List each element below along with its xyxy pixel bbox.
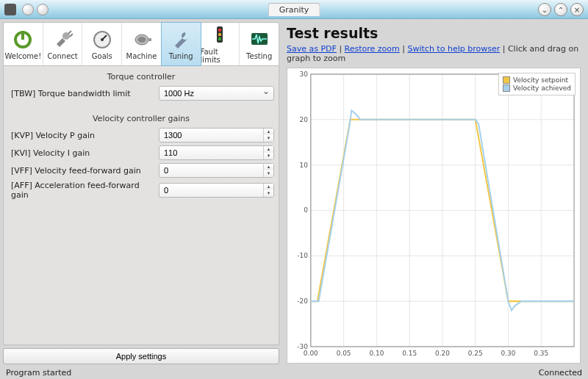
tab-label: Connect — [47, 52, 77, 60]
svg-point-7 — [101, 38, 104, 41]
spin-down-icon[interactable]: ▾ — [263, 190, 273, 197]
tab-machine[interactable]: Machine — [122, 23, 162, 65]
svg-text:0.30: 0.30 — [501, 350, 516, 357]
svg-text:0.35: 0.35 — [534, 350, 548, 357]
form-area: Torque controller [TBW] Torque bandwidth… — [3, 66, 279, 345]
vff-label: [VFF] Velocity feed-forward gain — [8, 166, 159, 176]
tab-label: Testing — [246, 52, 272, 60]
svg-text:-10: -10 — [297, 252, 308, 259]
svg-text:0: 0 — [304, 206, 308, 214]
results-links: Save as PDF | Restore zoom | Switch to h… — [287, 44, 581, 63]
traffic-light-icon — [209, 24, 231, 46]
tab-label: Machine — [126, 52, 157, 60]
svg-point-13 — [218, 33, 221, 36]
chart-area[interactable]: -30-20-1001020300.000.050.100.150.200.25… — [287, 68, 581, 364]
save-pdf-link[interactable]: Save as PDF — [287, 44, 337, 54]
vff-row: [VFF] Velocity feed-forward gain ▴▾ — [8, 163, 274, 178]
tab-connect[interactable]: Connect — [43, 23, 83, 65]
apply-settings-button[interactable]: Apply settings — [3, 348, 279, 364]
kvi-row: [KVI] Velocity I gain ▴▾ — [8, 145, 274, 160]
statusbar: Program started Connected — [0, 366, 588, 379]
motor-icon — [131, 29, 153, 51]
tab-label: Goals — [92, 52, 112, 60]
status-right: Connected — [539, 368, 582, 378]
close-button[interactable]: × — [570, 3, 584, 16]
tab-welcome[interactable]: Welcome! — [4, 23, 43, 65]
tbw-label: [TBW] Torque bandwidth limit — [8, 89, 159, 98]
chart-legend: Velocity setpoint Velocity achieved — [498, 73, 576, 95]
velocity-section-header: Velocity controller gains — [8, 111, 274, 128]
legend-label-setpoint: Velocity setpoint — [513, 76, 568, 84]
tab-tuning[interactable]: Tuning — [161, 22, 201, 66]
svg-text:20: 20 — [299, 116, 308, 123]
svg-point-14 — [218, 37, 221, 40]
legend-swatch-setpoint — [503, 76, 510, 84]
aff-row: [AFF] Acceleration feed-forward gain ▴▾ — [8, 181, 274, 200]
wrench-icon — [170, 29, 192, 51]
tab-testing[interactable]: Testing — [240, 23, 279, 65]
tab-label: Tuning — [169, 52, 193, 60]
spin-up-icon[interactable]: ▴ — [263, 164, 273, 170]
svg-text:-20: -20 — [297, 297, 308, 305]
svg-text:30: 30 — [299, 71, 308, 78]
window-dot-1[interactable] — [22, 4, 34, 15]
maximize-button[interactable]: ⌃ — [554, 3, 567, 16]
tbw-row: [TBW] Torque bandwidth limit — [8, 86, 274, 101]
kvp-row: [KVP] Velocity P gain ▴▾ — [8, 128, 274, 142]
spin-up-icon[interactable]: ▴ — [263, 146, 273, 153]
aff-label: [AFF] Acceleration feed-forward gain — [8, 181, 159, 200]
tab-fault-limits[interactable]: Fault limits — [201, 23, 240, 65]
legend-swatch-achieved — [503, 84, 510, 92]
help-browser-link[interactable]: Switch to help browser — [408, 44, 501, 54]
svg-text:0.05: 0.05 — [337, 350, 351, 357]
svg-text:0.00: 0.00 — [304, 350, 318, 357]
left-panel: Welcome! Connect Goals Machine — [0, 19, 281, 366]
svg-point-12 — [218, 29, 221, 32]
spin-down-icon[interactable]: ▾ — [263, 170, 273, 177]
tab-label: Fault limits — [201, 48, 240, 64]
svg-line-3 — [68, 31, 71, 34]
svg-text:10: 10 — [299, 162, 308, 169]
svg-text:0.20: 0.20 — [435, 350, 450, 357]
spin-down-icon[interactable]: ▾ — [263, 153, 273, 159]
power-icon — [12, 29, 34, 51]
kvp-label: [KVP] Velocity P gain — [8, 131, 159, 140]
svg-line-4 — [70, 34, 73, 37]
results-title: Test results — [287, 25, 581, 41]
window-dot-2[interactable] — [37, 4, 49, 15]
svg-point-9 — [137, 37, 146, 43]
tab-goals[interactable]: Goals — [82, 23, 122, 65]
oscilloscope-icon — [248, 29, 270, 51]
svg-text:0.15: 0.15 — [402, 350, 417, 357]
restore-zoom-link[interactable]: Restore zoom — [345, 44, 400, 54]
window-title: Granity — [268, 3, 320, 16]
minimize-button[interactable]: ⌄ — [538, 3, 551, 16]
kvi-label: [KVI] Velocity I gain — [8, 148, 159, 158]
plug-icon — [51, 29, 74, 51]
aff-input[interactable] — [159, 183, 274, 198]
svg-rect-1 — [21, 31, 24, 40]
kvp-input[interactable] — [159, 128, 274, 142]
right-panel: Test results Save as PDF | Restore zoom … — [281, 19, 588, 366]
vff-input[interactable] — [159, 163, 274, 178]
svg-text:0.10: 0.10 — [369, 350, 384, 357]
titlebar: Granity ⌄ ⌃ × — [0, 0, 588, 19]
gauge-icon — [91, 29, 113, 51]
legend-label-achieved: Velocity achieved — [513, 84, 571, 92]
tbw-combo[interactable] — [159, 86, 274, 101]
chart-plot[interactable]: -30-20-1001020300.000.050.100.150.200.25… — [287, 68, 580, 363]
svg-text:0.25: 0.25 — [468, 350, 483, 357]
tab-label: Welcome! — [4, 52, 41, 60]
spin-up-icon[interactable]: ▴ — [263, 184, 273, 190]
spin-up-icon[interactable]: ▴ — [263, 129, 273, 135]
torque-section-header: Torque controller — [8, 69, 274, 86]
status-left: Program started — [6, 368, 71, 378]
svg-rect-10 — [148, 38, 151, 41]
tab-strip: Welcome! Connect Goals Machine — [3, 22, 279, 66]
app-icon — [4, 4, 16, 15]
kvi-input[interactable] — [159, 145, 274, 160]
spin-down-icon[interactable]: ▾ — [263, 135, 273, 142]
